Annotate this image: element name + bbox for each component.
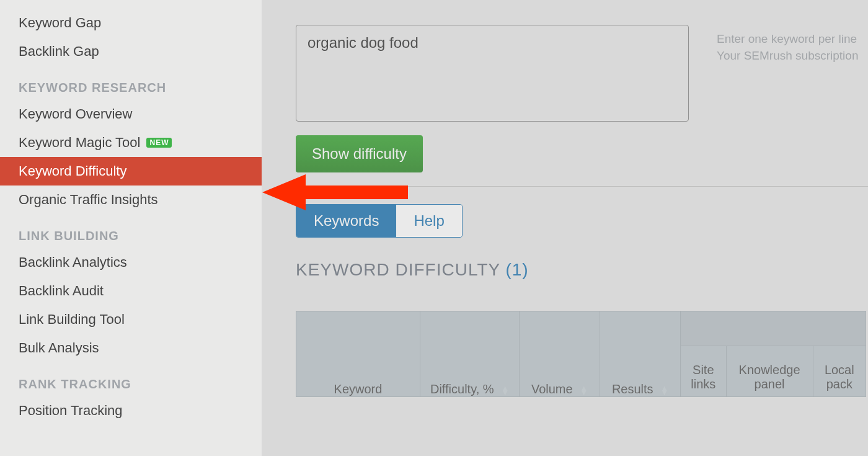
help-text: Enter one keyword per line Your SEMrush … bbox=[717, 31, 858, 64]
sidebar-item-keyword-difficulty[interactable]: Keyword Difficulty bbox=[0, 157, 262, 186]
col-knowledge-panel[interactable]: Knowledge panel bbox=[726, 346, 813, 397]
divider bbox=[296, 186, 868, 187]
tabs: Keywords Help bbox=[296, 204, 463, 238]
sidebar-item-label: Keyword Magic Tool bbox=[19, 135, 140, 151]
col-local-pack[interactable]: Local pack bbox=[813, 346, 866, 397]
sidebar-item-organic-traffic-insights[interactable]: Organic Traffic Insights bbox=[0, 186, 262, 214]
tab-keywords[interactable]: Keywords bbox=[296, 205, 396, 237]
sidebar-item-keyword-gap[interactable]: Keyword Gap bbox=[0, 9, 262, 37]
page-title-text: KEYWORD DIFFICULTY bbox=[296, 260, 500, 279]
col-volume[interactable]: Volume ▲▼ bbox=[520, 311, 600, 397]
sidebar-item-position-tracking[interactable]: Position Tracking bbox=[0, 396, 262, 425]
col-label: Site links bbox=[691, 363, 715, 391]
col-results[interactable]: Results ▲▼ bbox=[600, 311, 681, 397]
sidebar-item-keyword-overview[interactable]: Keyword Overview bbox=[0, 100, 262, 128]
sidebar-item-backlink-gap[interactable]: Backlink Gap bbox=[0, 37, 262, 66]
sort-icon: ▲▼ bbox=[501, 386, 509, 395]
sort-icon: ▲▼ bbox=[660, 386, 668, 395]
section-heading-rank-tracking: RANK TRACKING bbox=[0, 362, 262, 396]
new-badge: NEW bbox=[146, 138, 172, 148]
col-keyword[interactable]: Keyword bbox=[296, 311, 420, 397]
page-title: KEYWORD DIFFICULTY (1) bbox=[296, 260, 868, 280]
col-label: Results bbox=[612, 382, 653, 396]
keyword-input[interactable] bbox=[296, 25, 689, 122]
col-difficulty[interactable]: Difficulty, % ▲▼ bbox=[420, 311, 520, 397]
sidebar-item-label: Keyword Difficulty bbox=[19, 163, 126, 179]
sidebar-item-link-building-tool[interactable]: Link Building Tool bbox=[0, 305, 262, 334]
help-text-line: Your SEMrush subscription bbox=[717, 49, 858, 62]
col-label: Local pack bbox=[825, 363, 854, 391]
sidebar: Keyword Gap Backlink Gap KEYWORD RESEARC… bbox=[0, 0, 262, 456]
tab-help[interactable]: Help bbox=[396, 205, 461, 237]
col-label: Difficulty, % bbox=[430, 382, 494, 396]
app-root: Keyword Gap Backlink Gap KEYWORD RESEARC… bbox=[0, 0, 868, 456]
sort-icon: ▲▼ bbox=[580, 386, 588, 395]
sidebar-item-backlink-analytics[interactable]: Backlink Analytics bbox=[0, 248, 262, 277]
section-heading-link-building: LINK BUILDING bbox=[0, 214, 262, 248]
col-serp-features bbox=[681, 311, 866, 346]
sidebar-item-label: Backlink Analytics bbox=[19, 254, 127, 270]
col-label: Knowledge panel bbox=[739, 363, 800, 391]
main-content: Enter one keyword per line Your SEMrush … bbox=[262, 0, 868, 456]
col-label: Volume bbox=[531, 382, 573, 396]
col-site-links[interactable]: Site links bbox=[681, 346, 727, 397]
page-title-count: (1) bbox=[505, 260, 528, 279]
section-heading-keyword-research: KEYWORD RESEARCH bbox=[0, 66, 262, 100]
show-difficulty-button[interactable]: Show difficulty bbox=[296, 135, 423, 172]
sidebar-item-label: Organic Traffic Insights bbox=[19, 192, 158, 208]
sidebar-item-label: Keyword Gap bbox=[19, 15, 101, 31]
sidebar-item-label: Keyword Overview bbox=[19, 106, 132, 122]
main-inner: Enter one keyword per line Your SEMrush … bbox=[262, 0, 868, 397]
sidebar-item-bulk-analysis[interactable]: Bulk Analysis bbox=[0, 334, 262, 362]
sidebar-item-label: Link Building Tool bbox=[19, 311, 125, 328]
results-table: Keyword Difficulty, % ▲▼ Volume ▲▼ bbox=[296, 311, 866, 397]
sidebar-item-label: Bulk Analysis bbox=[19, 340, 99, 356]
sidebar-item-keyword-magic-tool[interactable]: Keyword Magic Tool NEW bbox=[0, 128, 262, 157]
sidebar-item-label: Backlink Gap bbox=[19, 43, 99, 60]
sidebar-item-label: Backlink Audit bbox=[19, 283, 104, 299]
sidebar-item-backlink-audit[interactable]: Backlink Audit bbox=[0, 277, 262, 305]
col-label: Keyword bbox=[334, 382, 383, 396]
help-text-line: Enter one keyword per line bbox=[717, 32, 857, 45]
sidebar-item-label: Position Tracking bbox=[19, 403, 123, 419]
